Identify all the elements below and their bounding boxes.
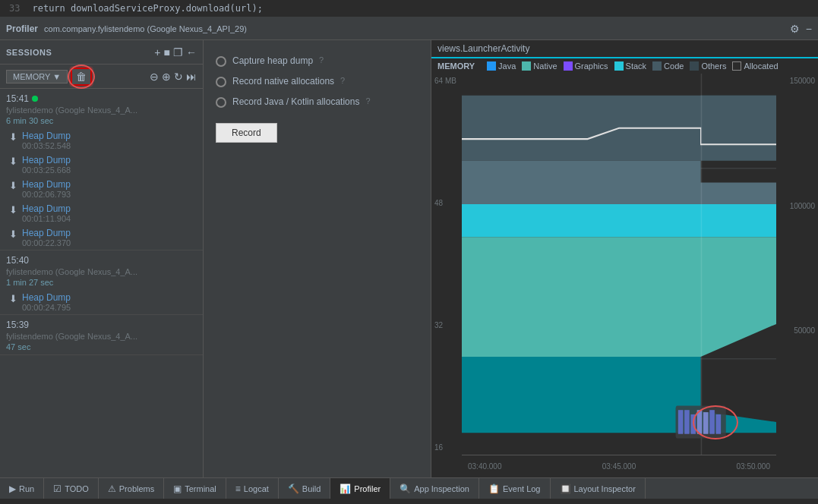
sessions-header: SESSIONS + ■ ❐ ← [0,40,203,65]
gear-icon[interactable]: ⚙ [790,23,800,35]
chart-title-bar: views.LauncherActivity [431,40,818,58]
record-java-option[interactable]: Record Java / Kotlin allocations ? [216,96,418,108]
heap-dump-time: 00:00:22.370 [22,238,71,247]
session-group[interactable]: 15:41 fylistendemo (Google Nexus_4_A... … [0,89,203,250]
tab-label-app inspection: App Inspection [414,484,469,493]
heap-icon: ⬇ [9,293,17,304]
profiler-tab-path: com.company.fylistendemo (Google Nexus_4… [44,24,247,33]
record-native-radio[interactable] [216,77,226,87]
legend-item: Graphics [564,61,608,71]
heap-dump-time: 00:03:25.668 [22,165,71,175]
record-button[interactable]: Record [216,123,277,143]
add-session-icon[interactable]: + [154,46,160,58]
heap-dump-time: 00:01:11.904 [22,214,71,223]
heap-dump-item[interactable]: ⬇ Heap Dump 00:01:11.904 [0,201,203,225]
legend-item: Code [652,61,684,71]
legend-item: Native [522,61,557,71]
heap-info: Heap Dump 00:03:25.668 [22,155,71,175]
legend-color-others [690,61,699,71]
tab-label-event log: Event Log [503,484,541,493]
heap-dump-label: Heap Dump [22,203,71,214]
record-native-help-icon[interactable]: ? [340,76,345,85]
capture-heap-radio[interactable] [216,56,226,67]
minimize-icon[interactable]: − [806,23,812,35]
chart-legend: MEMORY Java Native Graphics Stack Code O… [431,58,818,74]
heap-dump-item[interactable]: ⬇ Heap Dump 00:00:24.795 [0,290,203,314]
heap-icon: ⬇ [9,204,17,216]
legend-label-stack: Stack [626,61,647,71]
options-panel: Capture heap dump ? Record native alloca… [204,40,431,477]
heap-dump-item[interactable]: ⬇ Heap Dump 00:03:52.548 [0,128,203,153]
memory-chart-label: MEMORY [437,61,475,71]
copy-session-icon[interactable]: ❐ [173,46,183,58]
session-time: 15:41 [0,89,203,106]
tab-label-logcat: Logcat [244,484,269,493]
y-axis-right: 15000010000050000 [776,74,818,455]
heap-dump-item[interactable]: ⬇ Heap Dump 00:00:22.370 [0,225,203,250]
legend-label-java: Java [498,61,516,71]
legend-item: Allocated [732,61,778,71]
legend-item: Stack [614,61,647,71]
bottom-tab-profiler[interactable]: 📊Profiler [330,478,390,499]
bottom-tab-app-inspection[interactable]: 🔍App Inspection [390,478,479,499]
session-group[interactable]: 15:39 fylistendemo (Google Nexus_4_A... … [0,315,203,355]
legend-label-others: Others [701,61,726,71]
record-java-help-icon[interactable]: ? [365,96,370,106]
session-group[interactable]: 15:40 fylistendemo (Google Nexus_4_A... … [0,250,203,315]
tab-label-problems: Problems [119,484,154,493]
tab-icon-logcat: ≡ [235,484,241,494]
bottom-tab-problems[interactable]: ⚠Problems [99,478,164,499]
tab-icon-problems: ⚠ [108,484,116,494]
dropdown-icon[interactable]: ▼ [52,72,61,81]
stop-session-icon[interactable]: ■ [164,46,170,58]
legend-label-code: Code [664,61,684,71]
back-icon[interactable]: ← [186,46,197,58]
zoom-in-icon[interactable]: ⊕ [162,71,171,83]
code-bar: 33 return downloadServiceProxy.download(… [0,0,818,17]
memory-button[interactable]: MEMORY ▼ [6,70,68,83]
bottom-tab-todo[interactable]: ☑TODO [44,478,99,499]
tab-icon-todo: ☑ [53,484,62,494]
bottom-tab-build[interactable]: 🔨Build [279,478,330,499]
bottom-tab-layout-inspector[interactable]: 🔲Layout Inspector [551,478,646,499]
skip-end-icon[interactable]: ⏭ [186,71,197,83]
bottom-tab-run[interactable]: ▶Run [0,478,44,499]
bottom-tab-terminal[interactable]: ▣Terminal [164,478,226,499]
heap-dump-item[interactable]: ⬇ Heap Dump 00:03:25.668 [0,153,203,177]
line-number: 33 [9,3,20,14]
refresh-icon[interactable]: ↻ [174,71,183,83]
legend-color-graphics [564,61,573,71]
record-java-radio[interactable] [216,97,226,108]
heap-dump-label: Heap Dump [22,155,71,165]
delete-button-area: 🗑 [71,68,92,86]
heap-dump-annotation [676,405,726,438]
bottom-tab-event-log[interactable]: 📋Event Log [479,478,551,499]
x-label: 03:40.000 [468,462,502,471]
y-label-right: 150000 [779,77,815,85]
record-java-label: Record Java / Kotlin allocations [232,96,359,107]
memory-toolbar: MEMORY ▼ 🗑 ⊖ ⊕ ↻ ⏭ [0,65,203,89]
heap-icon: ⬇ [9,180,17,191]
session-list[interactable]: 15:41 fylistendemo (Google Nexus_4_A... … [0,89,203,477]
capture-heap-option[interactable]: Capture heap dump ? [216,55,418,67]
delete-icon: 🗑 [76,71,87,83]
y-label-right: 100000 [779,202,815,210]
chart-panel: views.LauncherActivity MEMORY Java Nativ… [431,40,818,477]
session-time-label: 15:41 [6,93,29,104]
heap-icon: ⬇ [9,131,17,143]
x-axis: 03:40.00003:45.00003:50.000 [462,455,776,477]
capture-heap-help-icon[interactable]: ? [319,55,324,65]
delete-session-button[interactable]: 🗑 [71,68,92,86]
zoom-out-icon[interactable]: ⊖ [150,71,159,83]
legend-item: Java [487,61,516,71]
sidebar: SESSIONS + ■ ❐ ← MEMORY ▼ 🗑 ⊖ ⊕ ↻ [0,40,204,477]
bottom-tab-logcat[interactable]: ≡Logcat [226,478,279,499]
heap-dump-item[interactable]: ⬇ Heap Dump 00:02:06.793 [0,177,203,201]
heap-info: Heap Dump 00:00:24.795 [22,292,71,312]
sessions-icons: + ■ ❐ ← [154,46,197,58]
record-native-option[interactable]: Record native allocations ? [216,76,418,87]
svg-marker-7 [462,204,776,237]
memory-label: MEMORY [13,72,50,81]
y-label-left: 48 [434,199,459,207]
legend-label-allocated: Allocated [744,61,778,71]
